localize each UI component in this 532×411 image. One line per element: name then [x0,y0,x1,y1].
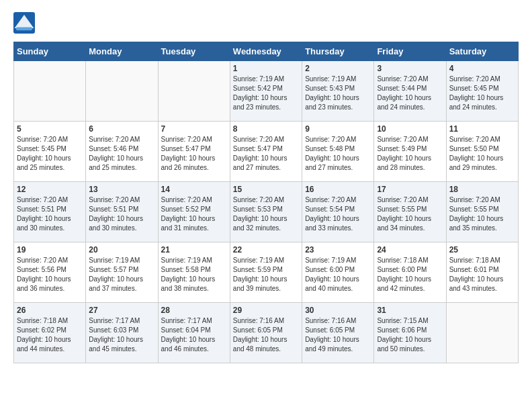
day-number: 15 [233,185,299,194]
weekday-header-tuesday: Tuesday [158,42,230,61]
day-number: 17 [377,185,443,194]
day-info: Sunrise: 7:20 AMSunset: 5:44 PMDaylight:… [377,75,443,112]
logo-icon [13,12,35,34]
day-info: Sunrise: 7:20 AMSunset: 5:51 PMDaylight:… [17,195,83,233]
day-number: 22 [233,245,299,255]
day-info: Sunrise: 7:15 AMSunset: 6:06 PMDaylight:… [377,316,443,354]
day-number: 9 [305,124,371,134]
day-info: Sunrise: 7:20 AMSunset: 5:47 PMDaylight:… [161,135,227,173]
day-number: 23 [305,245,371,255]
day-number: 21 [161,245,227,255]
day-info: Sunrise: 7:20 AMSunset: 5:53 PMDaylight:… [233,195,299,233]
calendar-cell: 11 Sunrise: 7:20 AMSunset: 5:50 PMDaylig… [446,122,518,182]
day-number: 25 [449,245,515,255]
calendar-cell: 4 Sunrise: 7:20 AMSunset: 5:45 PMDayligh… [446,61,518,122]
day-number: 29 [233,306,299,315]
day-number: 10 [377,124,443,134]
weekday-header-wednesday: Wednesday [230,42,302,61]
day-number: 28 [161,306,227,315]
day-number: 31 [377,306,443,315]
day-info: Sunrise: 7:18 AMSunset: 6:01 PMDaylight:… [449,256,515,293]
calendar-cell: 29 Sunrise: 7:16 AMSunset: 6:05 PMDaylig… [230,303,302,363]
day-number: 27 [89,306,154,315]
day-number: 13 [89,185,154,194]
calendar-cell: 9 Sunrise: 7:20 AMSunset: 5:48 PMDayligh… [302,122,374,182]
day-number: 12 [17,185,83,194]
calendar-cell: 13 Sunrise: 7:20 AMSunset: 5:51 PMDaylig… [86,182,158,242]
calendar-cell: 23 Sunrise: 7:19 AMSunset: 6:00 PMDaylig… [302,242,374,303]
calendar-cell: 18 Sunrise: 7:20 AMSunset: 5:55 PMDaylig… [446,182,518,242]
day-info: Sunrise: 7:19 AMSunset: 5:42 PMDaylight:… [233,75,299,112]
calendar-cell: 1 Sunrise: 7:19 AMSunset: 5:42 PMDayligh… [230,61,302,122]
calendar-cell: 15 Sunrise: 7:20 AMSunset: 5:53 PMDaylig… [230,182,302,242]
weekday-header-monday: Monday [86,42,158,61]
day-info: Sunrise: 7:19 AMSunset: 5:59 PMDaylight:… [233,256,299,293]
day-number: 1 [233,64,299,73]
calendar-cell: 22 Sunrise: 7:19 AMSunset: 5:59 PMDaylig… [230,242,302,303]
day-info: Sunrise: 7:16 AMSunset: 6:05 PMDaylight:… [305,316,371,354]
calendar-week-row: 26 Sunrise: 7:18 AMSunset: 6:02 PMDaylig… [14,303,519,363]
day-info: Sunrise: 7:20 AMSunset: 5:51 PMDaylight:… [89,195,154,233]
day-info: Sunrise: 7:20 AMSunset: 5:45 PMDaylight:… [449,75,515,112]
day-info: Sunrise: 7:20 AMSunset: 5:56 PMDaylight:… [17,256,83,293]
day-info: Sunrise: 7:20 AMSunset: 5:46 PMDaylight:… [89,135,154,173]
calendar-cell: 19 Sunrise: 7:20 AMSunset: 5:56 PMDaylig… [14,242,86,303]
day-number: 19 [17,245,83,255]
calendar-cell: 2 Sunrise: 7:19 AMSunset: 5:43 PMDayligh… [302,61,374,122]
day-info: Sunrise: 7:19 AMSunset: 5:58 PMDaylight:… [161,256,227,293]
day-info: Sunrise: 7:20 AMSunset: 5:47 PMDaylight:… [233,135,299,173]
day-number: 2 [305,64,371,73]
calendar-table: SundayMondayTuesdayWednesdayThursdayFrid… [13,42,519,363]
day-info: Sunrise: 7:19 AMSunset: 5:43 PMDaylight:… [305,75,371,112]
calendar-cell: 27 Sunrise: 7:17 AMSunset: 6:03 PMDaylig… [86,303,158,363]
calendar-cell: 16 Sunrise: 7:20 AMSunset: 5:54 PMDaylig… [302,182,374,242]
day-number: 8 [233,124,299,134]
calendar-week-row: 5 Sunrise: 7:20 AMSunset: 5:45 PMDayligh… [14,122,519,182]
calendar-cell: 8 Sunrise: 7:20 AMSunset: 5:47 PMDayligh… [230,122,302,182]
weekday-header-saturday: Saturday [446,42,518,61]
logo [13,13,38,35]
calendar-cell: 20 Sunrise: 7:19 AMSunset: 5:57 PMDaylig… [86,242,158,303]
calendar-cell: 26 Sunrise: 7:18 AMSunset: 6:02 PMDaylig… [14,303,86,363]
day-number: 6 [89,124,154,134]
day-number: 20 [89,245,154,255]
day-info: Sunrise: 7:18 AMSunset: 6:00 PMDaylight:… [377,256,443,293]
day-info: Sunrise: 7:19 AMSunset: 6:00 PMDaylight:… [305,256,371,293]
calendar-cell [158,61,230,122]
calendar-cell: 31 Sunrise: 7:15 AMSunset: 6:06 PMDaylig… [374,303,446,363]
page-header [13,13,519,35]
calendar-week-row: 1 Sunrise: 7:19 AMSunset: 5:42 PMDayligh… [14,61,519,122]
day-info: Sunrise: 7:20 AMSunset: 5:52 PMDaylight:… [161,195,227,233]
day-info: Sunrise: 7:20 AMSunset: 5:50 PMDaylight:… [449,135,515,173]
calendar-cell [14,61,86,122]
day-info: Sunrise: 7:20 AMSunset: 5:55 PMDaylight:… [449,195,515,233]
weekday-header-sunday: Sunday [14,42,86,61]
day-info: Sunrise: 7:20 AMSunset: 5:54 PMDaylight:… [305,195,371,233]
calendar-cell: 6 Sunrise: 7:20 AMSunset: 5:46 PMDayligh… [86,122,158,182]
calendar-cell [86,61,158,122]
day-number: 30 [305,306,371,315]
day-number: 3 [377,64,443,73]
calendar-cell: 7 Sunrise: 7:20 AMSunset: 5:47 PMDayligh… [158,122,230,182]
calendar-week-row: 19 Sunrise: 7:20 AMSunset: 5:56 PMDaylig… [14,242,519,303]
calendar-cell: 10 Sunrise: 7:20 AMSunset: 5:49 PMDaylig… [374,122,446,182]
calendar-cell: 14 Sunrise: 7:20 AMSunset: 5:52 PMDaylig… [158,182,230,242]
day-number: 24 [377,245,443,255]
day-info: Sunrise: 7:17 AMSunset: 6:04 PMDaylight:… [161,316,227,354]
day-info: Sunrise: 7:19 AMSunset: 5:57 PMDaylight:… [89,256,154,293]
day-number: 5 [17,124,83,134]
calendar-cell: 21 Sunrise: 7:19 AMSunset: 5:58 PMDaylig… [158,242,230,303]
day-info: Sunrise: 7:20 AMSunset: 5:55 PMDaylight:… [377,195,443,233]
calendar-week-row: 12 Sunrise: 7:20 AMSunset: 5:51 PMDaylig… [14,182,519,242]
weekday-header-thursday: Thursday [302,42,374,61]
calendar-cell: 17 Sunrise: 7:20 AMSunset: 5:55 PMDaylig… [374,182,446,242]
calendar-cell: 12 Sunrise: 7:20 AMSunset: 5:51 PMDaylig… [14,182,86,242]
day-number: 18 [449,185,515,194]
calendar-cell: 5 Sunrise: 7:20 AMSunset: 5:45 PMDayligh… [14,122,86,182]
calendar-cell: 25 Sunrise: 7:18 AMSunset: 6:01 PMDaylig… [446,242,518,303]
day-info: Sunrise: 7:20 AMSunset: 5:48 PMDaylight:… [305,135,371,173]
day-number: 11 [449,124,515,134]
svg-rect-2 [16,27,32,30]
calendar-cell [446,303,518,363]
calendar-cell: 24 Sunrise: 7:18 AMSunset: 6:00 PMDaylig… [374,242,446,303]
